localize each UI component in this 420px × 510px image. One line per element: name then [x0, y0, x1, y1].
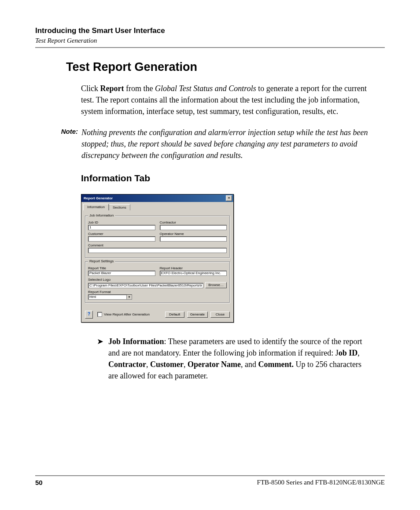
operator-name-label: Operator Name	[160, 232, 227, 236]
chapter-title: Introducing the Smart User Interface	[35, 26, 385, 35]
text-bold: Report	[100, 84, 124, 93]
operator-name-input[interactable]	[160, 236, 227, 242]
intro-paragraph: Click Report from the Global Test Status…	[81, 83, 372, 117]
view-report-after-checkbox[interactable]	[97, 312, 102, 317]
tab-sections[interactable]: Sections	[109, 204, 130, 210]
group-legend: Report Settings	[88, 259, 115, 263]
footer-product: FTB-8500 Series and FTB-8120NGE/8130NGE	[257, 479, 385, 486]
note-text: Nothing prevents the configuration and a…	[81, 127, 372, 161]
browse-button[interactable]: Browse…	[205, 282, 227, 288]
section-title: Test Report Generation	[66, 60, 385, 74]
chevron-down-icon: ▼	[126, 295, 132, 299]
job-information-group: Job Information Job ID Contractor	[85, 216, 230, 258]
report-header-input[interactable]	[160, 271, 227, 276]
text: ,	[184, 360, 188, 369]
report-format-select[interactable]: html ▼	[88, 294, 132, 300]
comment-input[interactable]	[88, 248, 227, 253]
report-generator-dialog: Report Generator × Information Sections …	[81, 194, 234, 323]
tab-information[interactable]: Information	[83, 204, 109, 210]
generate-button[interactable]: Generate	[187, 312, 208, 318]
bullet-item: ➤ Job Information: These parameters are …	[97, 336, 372, 382]
selected-logo-label: Selected Logo	[88, 278, 227, 282]
bullet-text: Job Information: These parameters are us…	[108, 336, 372, 382]
chapter-subtitle: Test Report Generation	[35, 37, 385, 44]
text: , and	[241, 360, 258, 369]
comment-label: Comment	[88, 243, 227, 247]
text: from the	[124, 84, 155, 93]
report-settings-group: Report Settings Report Title Report Head…	[85, 261, 230, 303]
selected-logo-input[interactable]	[88, 283, 203, 288]
contractor-input[interactable]	[160, 225, 227, 230]
header-divider	[35, 47, 385, 48]
customer-label: Customer	[88, 232, 155, 236]
dialog-titlebar: Report Generator ×	[81, 194, 233, 202]
report-header-label: Report Header	[160, 266, 227, 270]
customer-input[interactable]	[88, 236, 155, 242]
dialog-title: Report Generator	[84, 196, 113, 200]
note-block: Note: Nothing prevents the configuration…	[51, 127, 372, 161]
subsection-title: Information Tab	[81, 173, 385, 183]
note-label: Note:	[51, 127, 81, 161]
text-bold: Customer	[150, 360, 184, 369]
text: ,	[146, 360, 150, 369]
arrow-bullet-icon: ➤	[97, 336, 108, 382]
report-title-label: Report Title	[88, 266, 155, 270]
text-bold: ob ID	[339, 349, 358, 357]
close-dialog-button[interactable]: Close	[210, 312, 230, 318]
default-button[interactable]: Default	[165, 312, 184, 318]
help-button[interactable]: ?	[85, 311, 93, 319]
text-bold: Comment.	[258, 360, 294, 369]
job-id-input[interactable]	[88, 225, 155, 230]
view-report-after-label: View Report After Generation	[104, 312, 150, 316]
text: Click	[81, 84, 100, 93]
contractor-label: Contractor	[160, 220, 227, 224]
close-button[interactable]: ×	[226, 195, 232, 201]
report-format-label: Report Format	[88, 290, 227, 294]
text-bold: Job Information	[108, 337, 164, 346]
text: ,	[357, 349, 360, 357]
text-bold: Operator Name	[188, 360, 241, 369]
select-value: html	[88, 295, 126, 299]
page-number: 50	[35, 479, 43, 486]
job-id-label: Job ID	[88, 220, 155, 224]
text-bold: Contractor	[108, 360, 146, 369]
footer-divider	[35, 475, 385, 476]
report-title-input[interactable]	[88, 271, 155, 276]
group-legend: Job Information	[88, 213, 115, 217]
text-italic: Global Test Status and Controls	[155, 84, 256, 93]
